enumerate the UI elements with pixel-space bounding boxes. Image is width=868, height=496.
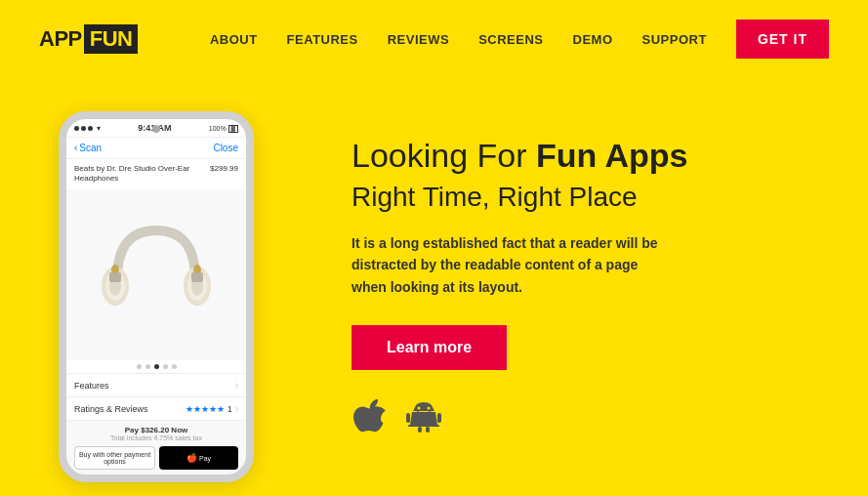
- buy-other-button[interactable]: Buy with other payment options: [74, 446, 155, 470]
- hero-subtitle: Right Time, Right Place: [351, 182, 809, 213]
- phone-back-button[interactable]: ‹ Scan: [74, 143, 102, 153]
- logo-app-text: APP: [39, 26, 82, 52]
- phone-battery: 100% ▓: [209, 125, 238, 132]
- learn-more-button[interactable]: Learn more: [351, 325, 507, 370]
- phone-close-button[interactable]: Close: [213, 143, 238, 153]
- chevron-right-icon-2: ›: [235, 403, 238, 414]
- hero-title-normal: Looking For: [351, 137, 536, 174]
- phone-product-info: Beats by Dr. Dre Studio Over-Ear Headpho…: [66, 159, 246, 189]
- chevron-right-icon: ›: [235, 380, 238, 391]
- phone-mockup-wrapper: ▾ 9:41 AM 100% ▓ ‹ Scan Close Beats by D…: [59, 111, 273, 482]
- phone-product-name: Beats by Dr. Dre Studio Over-Ear Headpho…: [74, 164, 191, 185]
- hero-title: Looking For Fun Apps: [351, 136, 809, 176]
- nav-item-support[interactable]: SUPPORT: [642, 32, 707, 47]
- carousel-dot-1: [137, 364, 142, 369]
- svg-rect-16: [437, 413, 441, 423]
- hero-title-bold: Fun Apps: [536, 137, 688, 174]
- carousel-dot-4: [163, 364, 168, 369]
- phone-ratings-row[interactable]: Ratings & Reviews ★★★★★ 1 ›: [66, 396, 246, 420]
- chevron-left-icon: ‹: [74, 143, 77, 153]
- phone-buy-buttons: Buy with other payment options 🍎 Pay: [74, 446, 238, 470]
- svg-rect-12: [429, 411, 431, 414]
- svg-point-14: [428, 406, 431, 409]
- phone-camera: [152, 125, 160, 133]
- ratings-right: ★★★★★ 1 ›: [186, 403, 238, 414]
- phone-mockup: ▾ 9:41 AM 100% ▓ ‹ Scan Close Beats by D…: [59, 111, 254, 482]
- svg-rect-9: [191, 272, 203, 282]
- carousel-dot-3: [154, 364, 159, 369]
- star-rating: ★★★★★: [186, 404, 225, 414]
- signal-dot-2: [81, 126, 86, 131]
- main-content: ▾ 9:41 AM 100% ▓ ‹ Scan Close Beats by D…: [0, 78, 868, 496]
- svg-rect-15: [406, 413, 410, 423]
- headphones-image: [93, 221, 220, 328]
- logo: APPFUN: [39, 24, 138, 54]
- apple-pay-label: Pay: [199, 455, 211, 462]
- wifi-icon: ▾: [97, 124, 101, 133]
- nav-item-demo[interactable]: DEMO: [573, 32, 613, 47]
- svg-point-13: [418, 406, 421, 409]
- rating-count: 1: [227, 404, 232, 414]
- phone-scan-label: Scan: [79, 143, 102, 153]
- nav-item-reviews[interactable]: REVIEWS: [388, 32, 449, 47]
- hero-description: It is a long established fact that a rea…: [351, 232, 664, 298]
- phone-features-label: Features: [74, 381, 109, 391]
- nav-item-features[interactable]: FEATURES: [287, 32, 358, 47]
- signal-dot-1: [74, 126, 79, 131]
- nav-item-about[interactable]: ABOUT: [210, 32, 258, 47]
- phone-carousel-dots: [66, 360, 246, 373]
- phone-nav-bar: ‹ Scan Close: [66, 138, 246, 159]
- carousel-dot-5: [172, 364, 177, 369]
- android-store-icon[interactable]: [406, 397, 441, 438]
- apple-pay-icon: 🍎: [186, 453, 197, 463]
- phone-pay-sub-label: Total includes 4.75% sales tax: [74, 434, 238, 441]
- svg-rect-18: [426, 427, 430, 433]
- phone-ratings-label: Ratings & Reviews: [74, 404, 148, 414]
- main-nav: ABOUT FEATURES REVIEWS SCREENS DEMO SUPP…: [210, 20, 829, 59]
- nav-item-screens[interactable]: SCREENS: [478, 32, 543, 47]
- hero-content: Looking For Fun Apps Right Time, Right P…: [332, 136, 809, 438]
- buy-apple-pay-button[interactable]: 🍎 Pay: [159, 446, 238, 470]
- phone-product-price: $299.99: [210, 164, 238, 185]
- phone-pay-now-label: Pay $326.20 Now: [74, 426, 238, 434]
- carousel-dot-2: [145, 364, 150, 369]
- signal-dot-3: [88, 126, 93, 131]
- phone-features-row[interactable]: Features ›: [66, 373, 246, 396]
- header: APPFUN ABOUT FEATURES REVIEWS SCREENS DE…: [0, 0, 868, 78]
- phone-signal: ▾: [74, 124, 101, 133]
- store-icons: [351, 397, 809, 438]
- phone-image-area: [66, 189, 246, 360]
- svg-rect-11: [417, 411, 419, 414]
- svg-rect-17: [418, 427, 422, 433]
- svg-rect-8: [109, 272, 121, 282]
- phone-buy-section: Pay $326.20 Now Total includes 4.75% sal…: [66, 420, 246, 475]
- logo-fun-text: FUN: [84, 24, 139, 54]
- svg-rect-10: [408, 425, 439, 427]
- apple-store-icon[interactable]: [351, 397, 387, 438]
- get-it-button[interactable]: GET IT: [736, 20, 829, 59]
